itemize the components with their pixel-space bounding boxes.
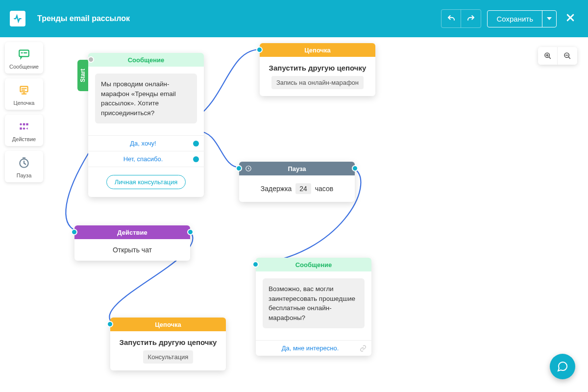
undo-redo-group bbox=[441, 9, 481, 28]
undo-button[interactable] bbox=[441, 10, 461, 27]
app-header: Тренды email рассылок Сохранить bbox=[0, 0, 588, 37]
page-title: Тренды email рассылок bbox=[37, 14, 441, 23]
save-group: Сохранить bbox=[487, 10, 557, 27]
save-dropdown[interactable] bbox=[542, 11, 556, 27]
save-button[interactable]: Сохранить bbox=[488, 11, 542, 27]
app-logo bbox=[10, 11, 25, 26]
redo-button[interactable] bbox=[461, 10, 481, 27]
close-button[interactable] bbox=[563, 9, 578, 28]
